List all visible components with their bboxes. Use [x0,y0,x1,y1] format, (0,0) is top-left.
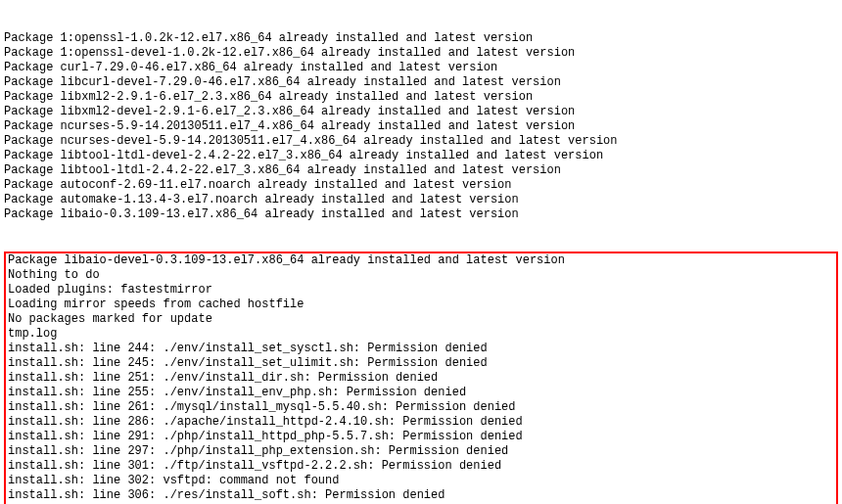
output-line: Package libxml2-devel-2.9.1-6.el7_2.3.x8… [4,105,838,119]
output-line: Package 1:openssl-devel-1.0.2k-12.el7.x8… [4,46,838,61]
output-line: install.sh: line 244: ./env/install_set_… [8,342,834,356]
output-line: Loaded plugins: fastestmirror [8,283,834,298]
output-line: Package libaio-devel-0.3.109-13.el7.x86_… [8,253,834,268]
output-line: install.sh: line 297: ./php/install_php_… [8,444,834,459]
output-line: install.sh: line 302: vsftpd: command no… [8,474,834,488]
output-line: Package libcurl-devel-7.29.0-46.el7.x86_… [4,75,838,90]
terminal-output: Package 1:openssl-1.0.2k-12.el7.x86_64 a… [4,2,838,504]
output-line: Package autoconf-2.69-11.el7.noarch alre… [4,178,838,193]
output-line: install.sh: line 255: ./env/install_env_… [8,386,834,400]
output-line: Nothing to do [8,268,834,283]
package-status-section: Package 1:openssl-1.0.2k-12.el7.x86_64 a… [4,31,838,222]
output-line: Package ncurses-devel-5.9-14.20130511.el… [4,134,838,149]
output-line: install.sh: line 245: ./env/install_set_… [8,356,834,371]
output-line: Package ncurses-5.9-14.20130511.el7_4.x8… [4,119,838,134]
highlighted-error-box: Package libaio-devel-0.3.109-13.el7.x86_… [4,252,838,504]
output-line: Package automake-1.13.4-3.el7.noarch alr… [4,193,838,207]
output-line: Loading mirror speeds from cached hostfi… [8,298,834,312]
output-line: Package libxml2-2.9.1-6.el7_2.3.x86_64 a… [4,90,838,105]
output-line: Package libtool-ltdl-devel-2.4.2-22.el7_… [4,149,838,163]
output-line: Package curl-7.29.0-46.el7.x86_64 alread… [4,61,838,75]
output-line: install.sh: line 251: ./env/install_dir.… [8,371,834,386]
output-line: Package libaio-0.3.109-13.el7.x86_64 alr… [4,207,838,222]
output-line: tmp.log [8,327,834,342]
output-line: install.sh: line 286: ./apache/install_h… [8,415,834,430]
output-line: install.sh: line 301: ./ftp/install_vsft… [8,459,834,474]
output-line: install.sh: line 306: ./res/install_soft… [8,488,834,503]
output-line: No packages marked for update [8,312,834,327]
output-line: install.sh: line 291: ./php/install_http… [8,430,834,444]
output-line: install.sh: line 261: ./mysql/install_my… [8,400,834,415]
output-line: Package 1:openssl-1.0.2k-12.el7.x86_64 a… [4,31,838,46]
output-line: Package libtool-ltdl-2.4.2-22.el7_3.x86_… [4,163,838,178]
